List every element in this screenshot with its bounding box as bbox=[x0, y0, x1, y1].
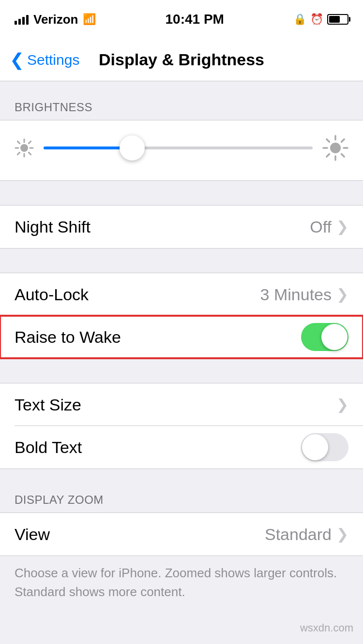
spacer-2 bbox=[0, 249, 363, 273]
sun-small-icon bbox=[15, 138, 34, 158]
carrier-label: Verizon bbox=[33, 12, 78, 27]
svg-line-6 bbox=[29, 152, 30, 154]
view-label: View bbox=[15, 525, 50, 544]
text-size-chevron-icon: ❯ bbox=[336, 397, 348, 412]
svg-line-14 bbox=[327, 139, 330, 142]
battery-icon bbox=[327, 14, 348, 25]
svg-line-8 bbox=[17, 152, 19, 154]
spacer-3 bbox=[0, 359, 363, 383]
status-time: 10:41 PM bbox=[166, 12, 224, 27]
bold-text-row: Bold Text bbox=[0, 426, 363, 468]
night-shift-row[interactable]: Night Shift Off ❯ bbox=[0, 205, 363, 248]
svg-line-7 bbox=[29, 141, 30, 143]
raise-to-wake-toggle[interactable] bbox=[301, 323, 348, 351]
status-right: 🔒 ⏰ bbox=[293, 13, 348, 26]
svg-line-16 bbox=[342, 139, 345, 142]
nav-bar: ❮ Settings Display & Brightness bbox=[0, 39, 363, 81]
back-chevron-icon: ❮ bbox=[10, 51, 24, 69]
bold-text-label: Bold Text bbox=[15, 438, 82, 457]
brightness-slider-thumb bbox=[120, 135, 145, 161]
night-shift-value: Off bbox=[310, 218, 332, 236]
brightness-slider-fill bbox=[44, 146, 132, 149]
bold-text-toggle-thumb bbox=[302, 434, 328, 460]
night-shift-label: Night Shift bbox=[15, 218, 91, 236]
display-zoom-group: View Standard ❯ bbox=[0, 512, 363, 556]
view-value: Standard bbox=[265, 525, 332, 544]
auto-lock-chevron-icon: ❯ bbox=[336, 287, 348, 302]
night-shift-right: Off ❯ bbox=[310, 218, 348, 236]
watermark: wsxdn.com bbox=[300, 622, 353, 634]
auto-lock-value: 3 Minutes bbox=[260, 285, 332, 304]
alarm-icon: ⏰ bbox=[310, 13, 323, 26]
view-row[interactable]: View Standard ❯ bbox=[0, 513, 363, 556]
view-chevron-icon: ❯ bbox=[336, 527, 348, 542]
brightness-slider[interactable] bbox=[44, 146, 313, 149]
page-title: Display & Brightness bbox=[99, 50, 264, 69]
back-button[interactable]: ❮ Settings bbox=[10, 51, 79, 69]
spacer-1 bbox=[0, 181, 363, 205]
brightness-slider-row bbox=[15, 130, 348, 166]
svg-line-17 bbox=[327, 154, 330, 157]
auto-lock-right: 3 Minutes ❯ bbox=[260, 285, 348, 304]
back-label: Settings bbox=[27, 52, 79, 68]
night-shift-group: Night Shift Off ❯ bbox=[0, 205, 363, 249]
display-zoom-footnote: Choose a view for iPhone. Zoomed shows l… bbox=[0, 556, 363, 609]
brightness-section bbox=[0, 120, 363, 181]
signal-bars bbox=[15, 14, 29, 25]
raise-to-wake-row: Raise to Wake bbox=[0, 316, 363, 358]
brightness-section-header: BRIGHTNESS bbox=[0, 101, 363, 120]
settings-content: BRIGHTNESS bbox=[0, 81, 363, 609]
status-bar: Verizon 📶 10:41 PM 🔒 ⏰ bbox=[0, 0, 363, 39]
svg-line-15 bbox=[342, 154, 345, 157]
raise-to-wake-label: Raise to Wake bbox=[15, 328, 121, 347]
svg-line-5 bbox=[17, 141, 19, 143]
sun-large-icon bbox=[322, 135, 348, 161]
text-size-label: Text Size bbox=[15, 395, 81, 414]
night-shift-chevron-icon: ❯ bbox=[336, 220, 348, 234]
spacer-4 bbox=[0, 469, 363, 493]
lock-wake-group: Auto-Lock 3 Minutes ❯ Raise to Wake bbox=[0, 273, 363, 359]
auto-lock-row[interactable]: Auto-Lock 3 Minutes ❯ bbox=[0, 273, 363, 316]
status-left: Verizon 📶 bbox=[15, 12, 96, 27]
display-zoom-header: DISPLAY ZOOM bbox=[0, 493, 363, 512]
auto-lock-label: Auto-Lock bbox=[15, 285, 89, 304]
svg-point-0 bbox=[20, 144, 28, 152]
text-size-right: ❯ bbox=[336, 397, 348, 412]
raise-to-wake-toggle-thumb bbox=[321, 324, 348, 350]
bold-text-toggle[interactable] bbox=[301, 433, 348, 461]
lock-icon: 🔒 bbox=[293, 13, 306, 26]
svg-point-9 bbox=[330, 143, 341, 153]
text-size-row[interactable]: Text Size ❯ bbox=[0, 383, 363, 426]
text-group: Text Size ❯ Bold Text bbox=[0, 383, 363, 469]
wifi-icon: 📶 bbox=[83, 13, 96, 26]
view-right: Standard ❯ bbox=[265, 525, 348, 544]
